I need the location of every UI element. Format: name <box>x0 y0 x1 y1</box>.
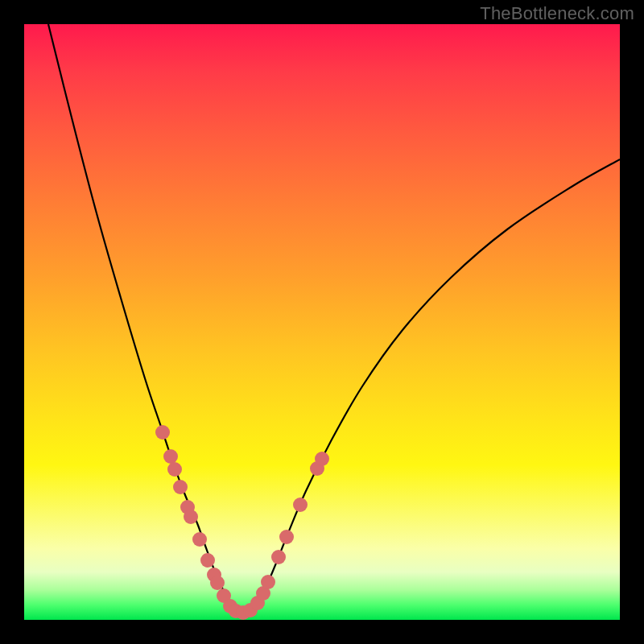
curve-marker <box>271 550 286 564</box>
curve-marker <box>200 553 215 568</box>
outer-frame: TheBottleneck.com <box>0 0 644 644</box>
curve-marker <box>173 480 188 494</box>
curve-marker <box>163 449 178 464</box>
curve-marker <box>293 497 308 512</box>
curve-marker <box>155 425 170 440</box>
curve-marker <box>210 576 225 590</box>
bottleneck-curve <box>48 24 620 613</box>
plot-area <box>24 24 620 620</box>
curve-marker <box>261 575 275 589</box>
curve-marker <box>192 532 207 547</box>
curve-marker <box>279 530 294 544</box>
curve-marker <box>184 510 198 524</box>
curve-marker <box>167 462 182 477</box>
curve-markers <box>155 425 329 620</box>
watermark-text: TheBottleneck.com <box>480 3 634 24</box>
curve-marker <box>315 452 329 466</box>
chart-svg <box>24 24 620 620</box>
